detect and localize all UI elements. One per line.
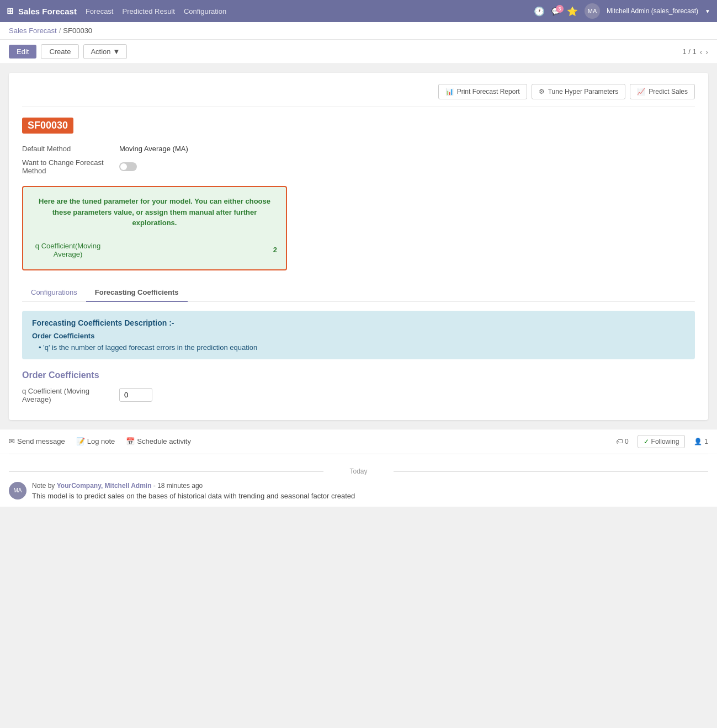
calendar-icon: 📅 [126, 437, 135, 445]
main-content: 📊 Print Forecast Report ⚙ Tune Hyper Par… [0, 64, 717, 429]
coeff-label: q Coefficient(Moving Average) [32, 242, 104, 258]
message-avatar: MA [9, 482, 26, 499]
bottom-bar: ✉ Send message 📝 Log note 📅 Schedule act… [0, 429, 717, 454]
app-logo[interactable]: ⊞ Sales Forecast [7, 6, 77, 16]
tune-hyper-label: Tune Hyper Parameters [548, 88, 619, 95]
pagination: 1 / 1 ‹ › [682, 47, 708, 56]
notification-count: 3 [556, 5, 564, 13]
followers-count: 👤 1 [694, 438, 708, 445]
send-message-button[interactable]: ✉ Send message [9, 437, 65, 445]
log-icon: 📝 [76, 437, 85, 445]
gear-icon: ⚙ [539, 88, 545, 95]
message-item: MA Note by YourCompany, Mitchell Admin -… [9, 482, 708, 500]
notifications[interactable]: 💬 3 [551, 7, 560, 15]
info-box: Here are the tuned parameter for your mo… [22, 186, 287, 270]
message-header: Note by YourCompany, Mitchell Admin - 18… [32, 482, 708, 490]
edit-button[interactable]: Edit [9, 45, 36, 59]
person-icon: 👤 [694, 438, 702, 445]
tab-configurations[interactable]: Configurations [22, 284, 86, 302]
topbar: ⊞ Sales Forecast Forecast Predicted Resu… [0, 0, 717, 22]
excel-icon: 📊 [445, 88, 454, 95]
pagination-count: 1 / 1 [682, 47, 696, 56]
q-coeff-label: q Coefficient (Moving Average) [22, 387, 110, 403]
action-label: Action [91, 47, 110, 56]
nav-forecast[interactable]: Forecast [86, 5, 114, 18]
checkmark-icon: ✓ [644, 438, 649, 445]
star-icon[interactable]: ⭐ [567, 6, 578, 17]
tune-hyper-button[interactable]: ⚙ Tune Hyper Parameters [532, 84, 626, 99]
action-dropdown-icon: ▼ [113, 47, 120, 56]
main-card: 📊 Print Forecast Report ⚙ Tune Hyper Par… [9, 73, 708, 420]
message-area: Today MA Note by YourCompany, Mitchell A… [0, 454, 717, 507]
schedule-activity-label: Schedule activity [137, 437, 191, 445]
today-label: Today [349, 467, 367, 475]
pagination-prev[interactable]: ‹ [700, 47, 703, 56]
today-divider: Today [9, 467, 708, 475]
breadcrumb-current: SF00030 [63, 26, 92, 35]
print-forecast-button[interactable]: 📊 Print Forecast Report [438, 84, 527, 99]
desc-item: 'q' is the number of lagged forecast err… [32, 343, 685, 352]
card-actions: 📊 Print Forecast Report ⚙ Tune Hyper Par… [22, 84, 695, 107]
action-button[interactable]: Action ▼ [83, 44, 127, 59]
order-section-title: Order Coefficients [22, 370, 695, 380]
q-coeff-row: q Coefficient (Moving Average) [22, 387, 695, 403]
grid-icon: ⊞ [7, 6, 14, 16]
nav-configuration[interactable]: Configuration [184, 5, 226, 18]
breadcrumb-separator: / [59, 26, 61, 35]
send-message-label: Send message [17, 437, 65, 445]
info-box-title: Here are the tuned parameter for your mo… [32, 196, 277, 229]
default-method-label: Default Method [22, 145, 110, 153]
message-author: Note by YourCompany, Mitchell Admin [32, 482, 152, 490]
change-method-toggle[interactable] [119, 162, 137, 171]
avatar[interactable]: MA [585, 3, 600, 19]
schedule-activity-button[interactable]: 📅 Schedule activity [126, 437, 191, 445]
breadcrumb: Sales Forecast / SF00030 [0, 22, 717, 40]
q-coeff-input[interactable] [119, 388, 152, 402]
tabs: Configurations Forecasting Coefficients [22, 284, 695, 302]
change-method-label: Want to Change Forecast Method [22, 158, 110, 175]
following-label: Following [651, 438, 679, 445]
print-forecast-label: Print Forecast Report [457, 88, 520, 95]
top-nav: Forecast Predicted Result Configuration [86, 5, 226, 18]
chart-icon: 📈 [637, 88, 645, 95]
user-dropdown-icon[interactable]: ▼ [705, 8, 710, 14]
desc-subtitle: Order Coefficients [32, 332, 685, 340]
default-method-row: Default Method Moving Average (MA) [22, 145, 695, 153]
log-note-button[interactable]: 📝 Log note [76, 437, 115, 445]
change-method-row: Want to Change Forecast Method [22, 158, 695, 175]
sf-id-badge: SF00030 [22, 118, 73, 134]
default-method-value: Moving Average (MA) [119, 145, 188, 153]
message-content: Note by YourCompany, Mitchell Admin - 18… [32, 482, 708, 500]
message-text: This model is to predict sales on the ba… [32, 492, 708, 500]
predict-sales-label: Predict Sales [649, 88, 688, 95]
create-button[interactable]: Create [41, 44, 79, 59]
clock-icon[interactable]: 🕐 [534, 6, 545, 17]
tab-forecasting-coefficients[interactable]: Forecasting Coefficients [86, 284, 188, 302]
description-box: Forecasting Coefficients Description :- … [22, 311, 695, 359]
likes-count: 🏷 0 [616, 438, 629, 445]
coeff-value: 2 [273, 246, 277, 254]
breadcrumb-parent[interactable]: Sales Forecast [9, 26, 57, 35]
toolbar: Edit Create Action ▼ 1 / 1 ‹ › [0, 40, 717, 64]
message-author-name: YourCompany, Mitchell Admin [57, 482, 152, 490]
tab-content-forecasting: Forecasting Coefficients Description :- … [22, 311, 695, 403]
pagination-next[interactable]: › [705, 47, 708, 56]
followers-value: 1 [704, 438, 708, 445]
log-note-label: Log note [87, 437, 115, 445]
likes-icon: 🏷 [616, 438, 623, 445]
likes-value: 0 [625, 438, 629, 445]
following-button[interactable]: ✓ Following [638, 435, 686, 448]
coeff-row: q Coefficient(Moving Average) 2 [32, 240, 277, 261]
message-icon: ✉ [9, 437, 15, 445]
user-name[interactable]: Mitchell Admin (sales_forecast) [607, 7, 698, 15]
bottom-right: 🏷 0 ✓ Following 👤 1 [616, 435, 708, 448]
predict-sales-button[interactable]: 📈 Predict Sales [630, 84, 695, 99]
app-name: Sales Forecast [18, 7, 77, 16]
nav-predicted-result[interactable]: Predicted Result [122, 5, 174, 18]
message-time: 18 minutes ago [157, 482, 203, 490]
topbar-right: 🕐 💬 3 ⭐ MA Mitchell Admin (sales_forecas… [534, 3, 710, 19]
desc-box-title: Forecasting Coefficients Description :- [32, 318, 685, 327]
